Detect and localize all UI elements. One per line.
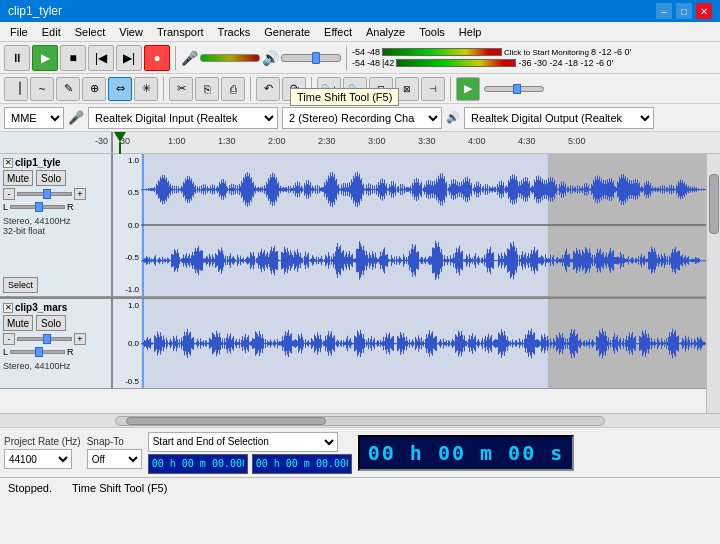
track1-mute-button[interactable]: Mute: [3, 170, 33, 186]
track2-name-row: ✕ clip3_mars: [3, 302, 108, 313]
device-row: MME 🎤 Realtek Digital Input (Realtek 2 (…: [0, 104, 720, 132]
track1-select-row: Select: [3, 277, 38, 293]
maximize-button[interactable]: □: [676, 3, 692, 19]
track2-solo-button[interactable]: Solo: [36, 315, 66, 331]
skip-start-button[interactable]: |◀: [88, 45, 114, 71]
close-button[interactable]: ✕: [696, 3, 712, 19]
scale1-3: 0.0: [113, 221, 141, 230]
menu-tools[interactable]: Tools: [413, 25, 451, 39]
track2-r-label: R: [67, 347, 74, 357]
play-speed-button[interactable]: ▶: [456, 77, 480, 101]
project-rate-select[interactable]: 44100: [4, 449, 72, 469]
scale1-4: -0.5: [113, 253, 141, 262]
track1-mute-solo: Mute Solo: [3, 170, 108, 186]
undo-button[interactable]: ↶: [256, 77, 280, 101]
v-scroll-thumb[interactable]: [709, 174, 719, 234]
envelope-tool-button[interactable]: ~: [30, 77, 54, 101]
track1-select-button[interactable]: Select: [3, 277, 38, 293]
vertical-scrollbar[interactable]: [706, 154, 720, 413]
track1-gain-plus[interactable]: +: [74, 188, 86, 200]
menu-file[interactable]: File: [4, 25, 34, 39]
pause-button[interactable]: ⏸: [4, 45, 30, 71]
track1-gain-row: - +: [3, 188, 108, 200]
cut-button[interactable]: ✂: [169, 77, 193, 101]
menu-generate[interactable]: Generate: [258, 25, 316, 39]
output-volume-slider[interactable]: [281, 54, 341, 62]
scale1-5: -1.0: [113, 285, 141, 294]
play-speed-slider[interactable]: [484, 86, 544, 92]
time-400: 4:00: [468, 136, 486, 146]
timeshift-tool-button[interactable]: ⇔: [108, 77, 132, 101]
time-330: 3:30: [418, 136, 436, 146]
track2-scale: 1.0 0.0 -0.5: [113, 299, 141, 388]
toolbar-separator2: [346, 46, 347, 70]
track2-close-button[interactable]: ✕: [3, 303, 13, 313]
tooltip-popup: Time Shift Tool (F5): [290, 88, 399, 106]
selection-type-select[interactable]: Start and End of Selection: [148, 432, 338, 452]
track2-mute-button[interactable]: Mute: [3, 315, 33, 331]
h-scroll-track[interactable]: [115, 416, 605, 426]
record-button[interactable]: ●: [144, 45, 170, 71]
minimize-button[interactable]: –: [656, 3, 672, 19]
scale1-2: 0.5: [113, 188, 141, 197]
multi-tool-button[interactable]: ✳: [134, 77, 158, 101]
timeline-ruler: -30 30 1:00 1:30 2:00 2:30 3:00 3:30 4:0…: [0, 132, 720, 154]
track1-close-button[interactable]: ✕: [3, 158, 13, 168]
track2-pan-slider[interactable]: [10, 350, 65, 354]
zoom-full-button[interactable]: ⊣: [421, 77, 445, 101]
output-device-select[interactable]: Realtek Digital Output (Realtek: [464, 107, 654, 129]
scale2-5: -0.5: [113, 377, 141, 386]
track2-waveform[interactable]: 1.0 0.0 -0.5: [113, 299, 706, 389]
tool-status-text: Time Shift Tool (F5): [72, 482, 167, 494]
selection-times: [148, 454, 352, 474]
skip-end-button[interactable]: ▶|: [116, 45, 142, 71]
h-scroll-thumb[interactable]: [126, 417, 326, 425]
paste-button[interactable]: ⎙: [221, 77, 245, 101]
play-button[interactable]: ▶: [32, 45, 58, 71]
selection-end-input[interactable]: [252, 454, 352, 474]
track1-solo-button[interactable]: Solo: [36, 170, 66, 186]
stop-button[interactable]: ■: [60, 45, 86, 71]
input-meter: [200, 54, 260, 62]
speaker-icon2: 🔊: [446, 111, 460, 124]
track2-gain-plus[interactable]: +: [74, 333, 86, 345]
menu-view[interactable]: View: [113, 25, 149, 39]
menu-transport[interactable]: Transport: [151, 25, 210, 39]
selection-tool-button[interactable]: ▕: [4, 77, 28, 101]
selection-section: Start and End of Selection: [148, 432, 352, 474]
zoom-in-tool-button[interactable]: ⊕: [82, 77, 106, 101]
track2-gain-slider[interactable]: [17, 337, 72, 341]
track1-scale: 1.0 0.5 0.0 -0.5 -1.0: [113, 154, 141, 296]
time-230: 2:30: [318, 136, 336, 146]
menu-analyze[interactable]: Analyze: [360, 25, 411, 39]
snap-to-select[interactable]: Off: [87, 449, 142, 469]
track2-gain-minus[interactable]: -: [3, 333, 15, 345]
input-device-select[interactable]: Realtek Digital Input (Realtek: [88, 107, 278, 129]
menu-edit[interactable]: Edit: [36, 25, 67, 39]
copy-button[interactable]: ⎘: [195, 77, 219, 101]
audio-system-select[interactable]: MME: [4, 107, 64, 129]
status-bar: Stopped. Time Shift Tool (F5): [0, 477, 720, 497]
menu-help[interactable]: Help: [453, 25, 488, 39]
mic-icon: 🎤: [181, 50, 198, 66]
menu-tracks[interactable]: Tracks: [212, 25, 257, 39]
horizontal-scrollbar[interactable]: [0, 413, 720, 427]
track1-pan-slider[interactable]: [10, 205, 65, 209]
time-130: 1:30: [218, 136, 236, 146]
track2-canvas: [141, 299, 706, 388]
scale2-3: 0.0: [113, 339, 141, 348]
channels-select[interactable]: 2 (Stereo) Recording Cha: [282, 107, 442, 129]
track1-gain-minus[interactable]: -: [3, 188, 15, 200]
tracks-scroll: ✕ clip1_tyle Mute Solo - + L: [0, 154, 720, 413]
menu-select[interactable]: Select: [69, 25, 112, 39]
time-neg30: -30: [95, 136, 108, 146]
track-area: -30 30 1:00 1:30 2:00 2:30 3:00 3:30 4:0…: [0, 132, 720, 427]
selection-start-input[interactable]: [148, 454, 248, 474]
draw-tool-button[interactable]: ✎: [56, 77, 80, 101]
track1-waveform[interactable]: 1.0 0.5 0.0 -0.5 -1.0: [113, 154, 706, 297]
title-bar: clip1_tyler – □ ✕: [0, 0, 720, 22]
transport-toolbar: ⏸ ▶ ■ |◀ ▶| ● 🎤 🔊 -54-48 Click to Start …: [0, 42, 720, 74]
track1-gain-slider[interactable]: [17, 192, 72, 196]
menu-effect[interactable]: Effect: [318, 25, 358, 39]
track1-l-label: L: [3, 202, 8, 212]
